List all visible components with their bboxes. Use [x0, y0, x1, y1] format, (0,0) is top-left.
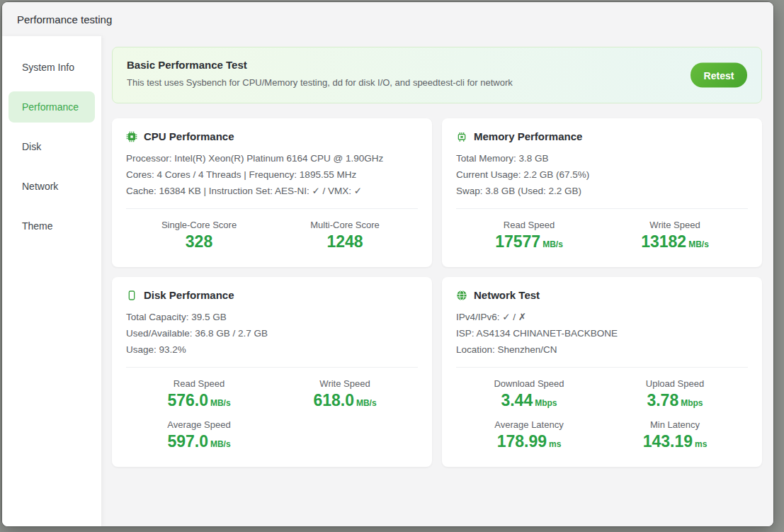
card-info-line: IPv4/IPv6: ✓ / ✗ [456, 309, 748, 325]
card-metrics: Read Speed17577MB/sWrite Speed13182MB/s [456, 209, 748, 251]
metric-unit: Mbps [681, 398, 703, 408]
metric-unit: MB/s [542, 239, 563, 249]
sidebar-item-network[interactable]: Network [8, 171, 95, 202]
cpu-performance-card: CPU PerformanceProcessor: Intel(R) Xeon(… [112, 118, 432, 267]
metric-value-row: 13182MB/s [602, 232, 748, 251]
metric-value-row: 3.44Mbps [456, 391, 602, 410]
metric-average-speed: Average Speed597.0MB/s [126, 419, 272, 451]
card-title: CPU Performance [144, 130, 234, 142]
metric-value: 3.78 [647, 391, 678, 410]
metric-download-speed: Download Speed3.44Mbps [456, 378, 602, 410]
card-info-line: Usage: 93.2% [126, 341, 418, 358]
metric-label: Download Speed [456, 378, 602, 389]
disk-performance-card: Disk PerformanceTotal Capacity: 39.5 GBU… [112, 277, 432, 467]
metric-value: 597.0 [167, 432, 208, 451]
metric-unit: MB/s [688, 239, 709, 249]
metric-value: 178.99 [497, 432, 547, 451]
metric-write-speed: Write Speed618.0MB/s [272, 378, 418, 410]
banner-description: This test uses Sysbench for CPU/Memory t… [127, 77, 747, 88]
sidebar-item-label: Network [22, 181, 58, 192]
metric-read-speed: Read Speed576.0MB/s [126, 378, 272, 410]
card-info-line: Used/Available: 36.8 GB / 2.7 GB [126, 325, 418, 341]
metric-label: Single-Core Score [126, 220, 272, 230]
card-header: Disk Performance [126, 289, 418, 301]
page-backdrop: Performance testing System InfoPerforman… [0, 0, 784, 532]
metric-unit: MB/s [210, 398, 231, 408]
network-icon [456, 290, 467, 301]
card-title: Network Test [474, 289, 540, 301]
sidebar-item-system-info[interactable]: System Info [8, 52, 95, 83]
card-header: Memory Performance [456, 130, 748, 142]
card-metrics: Download Speed3.44MbpsUpload Speed3.78Mb… [456, 368, 748, 451]
sidebar-item-theme[interactable]: Theme [8, 210, 95, 242]
metric-value-row: 3.78Mbps [602, 391, 748, 410]
metric-value: 618.0 [313, 391, 354, 410]
metric-value-row: 1248 [272, 232, 418, 251]
memory-performance-card: Memory PerformanceTotal Memory: 3.8 GBCu… [442, 118, 762, 267]
metric-unit: MB/s [210, 439, 231, 449]
window-body: System InfoPerformanceDiskNetworkTheme B… [2, 36, 773, 526]
metric-value-row: 328 [126, 232, 272, 251]
card-info-line: Total Capacity: 39.5 GB [126, 309, 418, 325]
metric-value: 143.19 [643, 432, 693, 451]
sidebar-item-disk[interactable]: Disk [8, 131, 95, 162]
card-info-line: Cores: 4 Cores / 4 Threads | Frequency: … [126, 166, 418, 183]
card-title: Disk Performance [144, 289, 234, 301]
metric-multi-core-score: Multi-Core Score1248 [272, 220, 418, 251]
cpu-icon [126, 131, 137, 142]
metric-value: 576.0 [167, 391, 208, 410]
main-content: Basic Performance Test This test uses Sy… [101, 36, 773, 526]
metric-label: Read Speed [456, 220, 602, 230]
metric-unit: MB/s [356, 398, 377, 408]
metric-label: Average Latency [456, 419, 602, 430]
basic-performance-test-banner: Basic Performance Test This test uses Sy… [112, 47, 762, 103]
card-info-line: Total Memory: 3.8 GB [456, 150, 748, 166]
banner-title: Basic Performance Test [127, 59, 747, 71]
retest-button[interactable]: Retest [691, 63, 747, 88]
window-header: Performance testing [2, 2, 773, 36]
sidebar-item-label: Performance [22, 101, 79, 113]
card-info-line: Cache: 16384 KB | Instruction Set: AES-N… [126, 183, 418, 199]
card-info-line: Current Usage: 2.2 GB (67.5%) [456, 166, 748, 183]
metric-value-row: 618.0MB/s [272, 391, 418, 410]
card-metrics: Single-Core Score328Multi-Core Score1248 [126, 209, 418, 251]
metric-value: 1248 [326, 232, 363, 251]
metric-value-row: 178.99ms [456, 432, 602, 451]
sidebar-item-label: Disk [22, 141, 41, 152]
metric-value-row: 17577MB/s [456, 232, 602, 251]
metric-unit: ms [695, 439, 707, 449]
metric-unit: ms [549, 439, 561, 449]
disk-icon [126, 290, 137, 301]
card-info-line: Location: Shenzhen/CN [456, 341, 748, 358]
metric-label: Min Latency [602, 419, 748, 430]
network-test-card: Network TestIPv4/IPv6: ✓ / ✗ISP: AS4134 … [442, 277, 762, 467]
metric-value-row: 143.19ms [602, 432, 748, 451]
metric-average-latency: Average Latency178.99ms [456, 419, 602, 451]
card-info-line: ISP: AS4134 CHINANET-BACKBONE [456, 325, 748, 341]
metric-value-row: 576.0MB/s [126, 391, 272, 410]
metric-value: 328 [186, 232, 212, 251]
card-title: Memory Performance [474, 130, 582, 142]
card-metrics: Read Speed576.0MB/sWrite Speed618.0MB/sA… [126, 368, 418, 451]
card-info-line: Processor: Intel(R) Xeon(R) Platinum 616… [126, 150, 418, 166]
metric-value: 17577 [495, 232, 540, 251]
metric-single-core-score: Single-Core Score328 [126, 220, 272, 251]
performance-cards-grid: CPU PerformanceProcessor: Intel(R) Xeon(… [112, 118, 762, 467]
metric-label: Write Speed [272, 378, 418, 389]
performance-testing-window: Performance testing System InfoPerforman… [2, 2, 773, 526]
metric-unit: Mbps [535, 398, 557, 408]
metric-value: 13182 [641, 232, 686, 251]
sidebar-item-performance[interactable]: Performance [8, 91, 95, 123]
sidebar-nav: System InfoPerformanceDiskNetworkTheme [2, 36, 101, 526]
metric-label: Multi-Core Score [272, 220, 418, 230]
metric-min-latency: Min Latency143.19ms [602, 419, 748, 451]
memory-icon [456, 131, 467, 142]
window-title: Performance testing [17, 13, 112, 26]
metric-value-row: 597.0MB/s [126, 432, 272, 451]
metric-label: Average Speed [126, 419, 272, 430]
metric-label: Upload Speed [602, 378, 748, 389]
metric-upload-speed: Upload Speed3.78Mbps [602, 378, 748, 410]
card-info-line: Swap: 3.8 GB (Used: 2.2 GB) [456, 183, 748, 199]
metric-label: Read Speed [126, 378, 272, 389]
sidebar-item-label: System Info [22, 62, 74, 73]
